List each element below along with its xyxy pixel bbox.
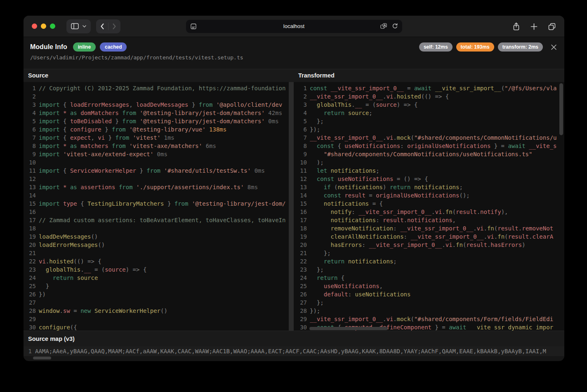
- code-text: import { toBeDisabled } from '@testing-l…: [39, 117, 279, 125]
- line-number: 28: [294, 307, 307, 315]
- code-text: vi.hoisted(() => {: [39, 257, 101, 265]
- line-number: 25: [24, 282, 36, 290]
- code-line: 22vi.hoisted(() => {: [24, 257, 289, 265]
- line-number: 24: [294, 274, 307, 282]
- minimize-window-button[interactable]: [41, 23, 46, 29]
- line-number: 4: [294, 109, 307, 117]
- code-text: // Zammad custom assertions: toBeAvatarE…: [39, 216, 285, 224]
- forward-button[interactable]: [112, 23, 116, 30]
- line-number: 14: [24, 191, 36, 200]
- line-number: 17: [24, 216, 36, 224]
- line-number: 24: [24, 274, 36, 282]
- code-text: };: [310, 298, 324, 307]
- line-number: 13: [24, 183, 36, 191]
- transformed-panel[interactable]: 1const __vite_ssr_import_0__ = await __v…: [294, 82, 564, 331]
- line-number: 9: [294, 150, 307, 158]
- source-map-header: Source map (v3): [24, 331, 564, 346]
- line-number: 15: [294, 200, 307, 208]
- close-icon[interactable]: [551, 44, 557, 50]
- tab-overview-icon[interactable]: [548, 23, 556, 31]
- chevron-down-icon: [83, 25, 86, 28]
- code-line: 6import { configure } from '@testing-lib…: [24, 125, 289, 134]
- code-text: notifications: result.notifications,: [310, 216, 456, 224]
- code-text: // Copyright (C) 2012-2025 Zammad Founda…: [39, 84, 285, 92]
- line-number: 26: [24, 290, 36, 298]
- code-line: 1// Copyright (C) 2012-2025 Zammad Found…: [24, 84, 289, 92]
- panel-divider-scrollbar[interactable]: [289, 82, 294, 331]
- code-line: 20loadErrorMessages(): [24, 241, 289, 249]
- code-line: 26}): [24, 290, 289, 298]
- line-number: 2: [294, 92, 307, 101]
- line-number: 14: [294, 191, 307, 200]
- code-text: __vite_ssr_import_0__.vi.mock("#shared/c…: [310, 134, 556, 142]
- code-line: 19 clearAllNotifications: __vite_ssr_imp…: [294, 232, 564, 241]
- new-tab-icon[interactable]: [530, 23, 537, 30]
- code-text: __vite_ssr_import_0__.vi.mock("#shared/c…: [310, 315, 553, 323]
- code-text: }: [39, 282, 49, 290]
- code-text: import 'vitest-axe/extend-expect' 0ms: [39, 150, 167, 158]
- line-number: 15: [24, 200, 36, 208]
- line-number: 11: [24, 167, 36, 175]
- code-text: globalThis.__ = (source) => {: [39, 265, 146, 274]
- browser-toolbar: localhost: [24, 16, 564, 37]
- page-title: Module Info: [30, 43, 67, 51]
- code-line: 13import * as assertions from './support…: [24, 183, 289, 191]
- code-line: 24 return source: [24, 274, 289, 282]
- code-text: notify: __vite_ssr_import_0__.vi.fn(resu…: [310, 208, 508, 216]
- inline-badge: inline: [73, 42, 96, 52]
- code-line: 2: [24, 92, 289, 101]
- source-map-scrollbar-thumb[interactable]: [33, 357, 51, 359]
- code-text: import type { TestingLibraryMatchers } f…: [39, 200, 286, 208]
- code-line: 6});: [294, 125, 564, 134]
- line-number: 12: [24, 175, 36, 183]
- back-button[interactable]: [100, 23, 104, 30]
- code-text: return source;: [310, 109, 372, 117]
- code-line: 20 hasErrors: __vite_ssr_import_0__.vi.f…: [294, 241, 564, 249]
- code-line: 25 useNotifications,: [294, 282, 564, 290]
- line-number: 28: [24, 307, 36, 315]
- translate-icon[interactable]: [380, 23, 387, 29]
- line-number: 22: [24, 257, 36, 265]
- code-line: 7import { expect, vi } from 'vitest' 1ms: [24, 134, 289, 142]
- code-text: clearAllNotifications: __vite_ssr_import…: [310, 232, 553, 241]
- code-line: 9import 'vitest-axe/extend-expect' 0ms: [24, 150, 289, 158]
- vertical-scrollbar-thumb[interactable]: [559, 83, 563, 135]
- line-number: 2: [24, 92, 36, 101]
- code-line: 10 );: [294, 158, 564, 167]
- line-number: 20: [294, 241, 307, 249]
- code-text: import { configure } from '@testing-libr…: [39, 125, 226, 134]
- line-number: 21: [24, 249, 36, 257]
- code-line: 22 return notifications;: [294, 257, 564, 265]
- horizontal-scrollbar-thumb[interactable]: [309, 327, 388, 330]
- close-window-button[interactable]: [32, 23, 37, 29]
- transform-time-badge: transform: 2ms: [498, 42, 543, 52]
- code-text: const __vite_ssr_import_0__ = await __vi…: [310, 84, 557, 92]
- address-bar[interactable]: localhost: [186, 20, 402, 33]
- code-line: 23 globalThis.__ = (source) => {: [24, 265, 289, 274]
- code-text: }): [39, 290, 46, 298]
- line-number: 4: [24, 109, 36, 117]
- url-text: localhost: [186, 23, 402, 29]
- code-text: "#shared/components/CommonNotifications/…: [310, 150, 532, 158]
- line-number: 18: [24, 224, 36, 232]
- code-line: 28});: [294, 307, 564, 315]
- transformed-panel-title: Transformed: [294, 69, 564, 82]
- code-text: import * as matchers from 'vitest-axe/ma…: [39, 142, 216, 150]
- reload-icon[interactable]: [392, 23, 398, 29]
- code-line: 12 const useNotifications = () => {: [294, 175, 564, 183]
- share-icon[interactable]: [512, 22, 520, 31]
- code-line: 26 default: useNotifications: [294, 290, 564, 298]
- code-line: 17// Zammad custom assertions: toBeAvata…: [24, 216, 289, 224]
- line-number: 27: [294, 298, 307, 307]
- code-line: 29__vite_ssr_import_0__.vi.mock("#shared…: [294, 315, 564, 323]
- code-line: 3 globalThis.__ = (source) => {: [294, 101, 564, 109]
- source-panel[interactable]: 1// Copyright (C) 2012-2025 Zammad Found…: [24, 82, 289, 331]
- line-number: 23: [294, 265, 307, 274]
- line-number: 29: [294, 315, 307, 323]
- sidebar-toggle-button[interactable]: [66, 19, 91, 33]
- code-text: return {: [310, 274, 344, 282]
- code-text: configure({: [39, 323, 77, 331]
- zoom-window-button[interactable]: [50, 23, 55, 29]
- code-text: hasErrors: __vite_ssr_import_0__.vi.fn(r…: [310, 241, 526, 249]
- code-text: import { ServiceWorkerHelper } from '#sh…: [39, 167, 265, 175]
